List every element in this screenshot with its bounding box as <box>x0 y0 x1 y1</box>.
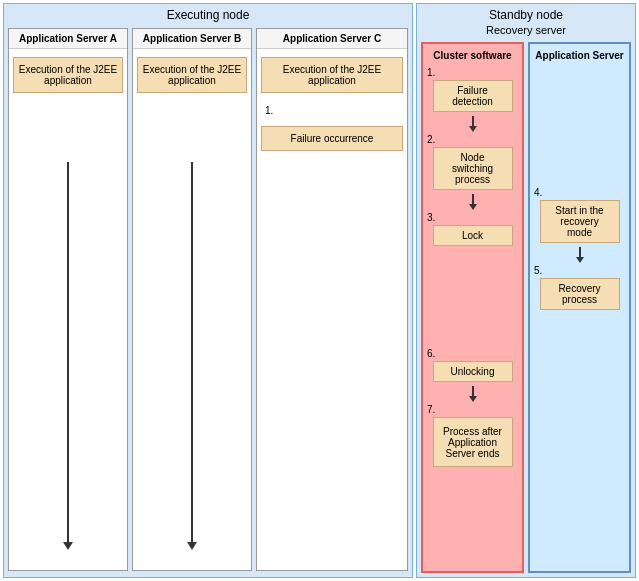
failure-box: Failure occurrence <box>261 126 403 151</box>
cluster-step-1-box: Failure detection <box>433 80 513 112</box>
app-step-5-number: 5. <box>534 265 542 276</box>
cluster-step-2-number: 2. <box>427 134 435 145</box>
server-b-arrow <box>187 162 197 550</box>
cluster-step-6: 6. Unlocking <box>427 348 518 382</box>
cluster-arrow-1 <box>469 116 477 132</box>
cluster-step-7-number: 7. <box>427 404 435 415</box>
server-a-arrow <box>63 162 73 550</box>
cluster-step-7: 7. Process after Application Server ends <box>427 404 518 467</box>
cluster-step-6-number: 6. <box>427 348 435 359</box>
server-c-step: 1. <box>265 105 273 116</box>
diagram: Executing node Application Server A Exec… <box>0 0 639 581</box>
server-c-title: Application Server C <box>257 29 407 49</box>
app-arrow-4 <box>576 247 584 263</box>
app-server-col: Application Server 4. Start in the recov… <box>528 42 631 573</box>
server-c-exec: Execution of the J2EE application <box>261 57 403 93</box>
standby-node-label: Standby node <box>417 4 635 22</box>
cluster-step-7-box: Process after Application Server ends <box>433 417 513 467</box>
cluster-step-1: 1. Failure detection <box>427 67 518 112</box>
server-b-exec: Execution of the J2EE application <box>137 57 247 93</box>
app-step-5-box: Recovery process <box>540 278 620 310</box>
app-step-4: 4. Start in the recovery mode <box>534 187 625 243</box>
cluster-step-1-number: 1. <box>427 67 435 78</box>
app-step-4-number: 4. <box>534 187 542 198</box>
cluster-arrow-2 <box>469 194 477 210</box>
server-b-box: Application Server B Execution of the J2… <box>132 28 252 571</box>
cluster-step-2: 2. Node switching process <box>427 134 518 190</box>
cluster-step-6-box: Unlocking <box>433 361 513 382</box>
server-c-box: Application Server C Execution of the J2… <box>256 28 408 571</box>
app-step-5: 5. Recovery process <box>534 265 625 310</box>
cluster-step-2-box: Node switching process <box>433 147 513 190</box>
executing-node-label: Executing node <box>4 4 412 24</box>
app-step-4-box: Start in the recovery mode <box>540 200 620 243</box>
cluster-step-3: 3. Lock <box>427 212 518 246</box>
server-a-box: Application Server A Execution of the J2… <box>8 28 128 571</box>
standby-node: Standby node Recovery server Cluster sof… <box>416 3 636 578</box>
cluster-software-col: Cluster software 1. Failure detection 2.… <box>421 42 524 573</box>
cluster-software-title: Cluster software <box>433 50 511 61</box>
cluster-arrow-6 <box>469 386 477 402</box>
executing-node: Executing node Application Server A Exec… <box>3 3 413 578</box>
server-a-exec: Execution of the J2EE application <box>13 57 123 93</box>
server-a-title: Application Server A <box>9 29 127 49</box>
recovery-server-label: Recovery server <box>417 22 635 38</box>
cluster-step-3-number: 3. <box>427 212 435 223</box>
server-b-title: Application Server B <box>133 29 251 49</box>
app-server-col-title: Application Server <box>535 50 623 61</box>
cluster-step-3-box: Lock <box>433 225 513 246</box>
